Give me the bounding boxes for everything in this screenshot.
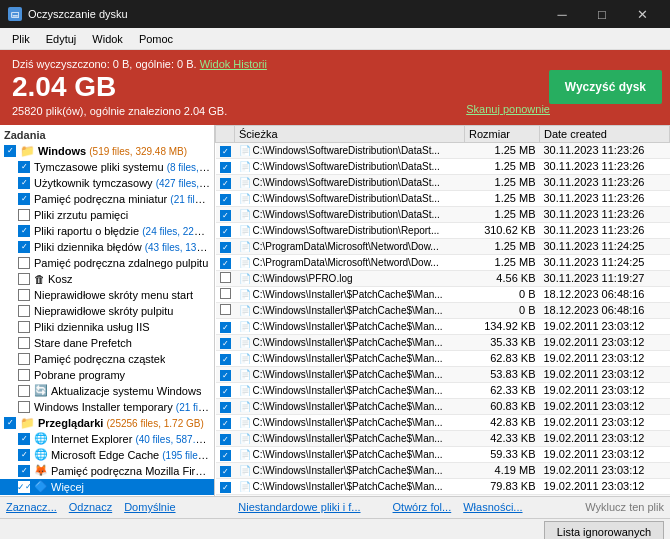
row-checkbox[interactable]: ✓ bbox=[216, 238, 235, 254]
task-error-report[interactable]: Pliki raportu o błędzie (24 files, 227.9… bbox=[0, 223, 214, 239]
row-checkbox[interactable]: ✓ bbox=[216, 190, 235, 206]
task-checkbox-iis-log[interactable] bbox=[18, 321, 30, 333]
task-checkbox-desktop-shortcuts[interactable] bbox=[18, 305, 30, 317]
table-row[interactable]: ✓📄C:\Windows\Installer\$PatchCache$\Man.… bbox=[216, 398, 670, 414]
table-row[interactable]: ✓📄C:\Windows\SoftwareDistribution\DataSt… bbox=[216, 142, 670, 158]
task-checkbox-remote-desktop[interactable] bbox=[18, 257, 30, 269]
table-row[interactable]: ✓📄C:\Windows\Installer\$PatchCache$\Man.… bbox=[216, 462, 670, 478]
table-row[interactable]: ✓📄C:\Windows\SoftwareDistribution\DataSt… bbox=[216, 206, 670, 222]
table-row[interactable]: ✓📄C:\ProgramData\Microsoft\Netword\Dow..… bbox=[216, 238, 670, 254]
task-checkbox-journal[interactable] bbox=[18, 241, 30, 253]
row-checkbox[interactable]: ✓ bbox=[216, 174, 235, 190]
task-checkbox-ie[interactable] bbox=[18, 433, 30, 445]
task-checkbox-firefox[interactable] bbox=[18, 465, 30, 477]
clean-disk-button[interactable]: Wyczyść dysk bbox=[549, 70, 662, 104]
task-checkbox-installer-temp[interactable] bbox=[18, 401, 30, 413]
row-checkbox[interactable]: ✓ bbox=[216, 142, 235, 158]
task-checkbox-edge[interactable] bbox=[18, 449, 30, 461]
table-row[interactable]: ✓📄C:\Windows\Installer\$PatchCache$\Man.… bbox=[216, 414, 670, 430]
row-checkbox[interactable]: ✓ bbox=[216, 366, 235, 382]
task-checkbox-error-report[interactable] bbox=[18, 225, 30, 237]
task-checkbox-old-prefetch[interactable] bbox=[18, 337, 30, 349]
task-journal[interactable]: Pliki dziennika błędów (43 files, 13.32 … bbox=[0, 239, 214, 255]
nonstandard-link[interactable]: Niestandardowe pliki i f... bbox=[238, 501, 360, 513]
file-table-wrap[interactable]: Ścieżka Rozmiar Date created ✓📄C:\Window… bbox=[215, 125, 670, 496]
close-button[interactable]: ✕ bbox=[622, 0, 662, 28]
task-trash[interactable]: 🗑 Kosz bbox=[0, 271, 214, 287]
select-all-link[interactable]: Zaznacz... bbox=[6, 501, 57, 513]
minimize-button[interactable]: ─ bbox=[542, 0, 582, 28]
table-row[interactable]: ✓📄C:\ProgramData\Microsoft\Netword\Dow..… bbox=[216, 254, 670, 270]
row-checkbox[interactable]: ✓ bbox=[216, 478, 235, 494]
row-checkbox[interactable]: ✓ bbox=[216, 350, 235, 366]
row-checkbox[interactable] bbox=[216, 270, 235, 286]
task-edge[interactable]: 🌐 Microsoft Edge Cache (195 files, 829.8… bbox=[0, 447, 214, 463]
table-row[interactable]: 📄C:\Windows\PFRO.log4.56 KB30.11.2023 11… bbox=[216, 270, 670, 286]
task-downloaded[interactable]: Pobrane programy bbox=[0, 367, 214, 383]
task-old-prefetch[interactable]: Stare dane Prefetch bbox=[0, 335, 214, 351]
table-row[interactable]: ✓📄C:\Windows\Installer\$PatchCache$\Man.… bbox=[216, 494, 670, 496]
task-temp-sys[interactable]: Tymczasowe pliki systemu (8 files, 32.56… bbox=[0, 159, 214, 175]
table-row[interactable]: 📄C:\Windows\Installer\$PatchCache$\Man..… bbox=[216, 302, 670, 318]
task-remote-desktop[interactable]: Pamięć podręczna zdalnego pulpitu bbox=[0, 255, 214, 271]
table-row[interactable]: ✓📄C:\Windows\Installer\$PatchCache$\Man.… bbox=[216, 446, 670, 462]
task-firefox[interactable]: 🦊 Pamięć podręczna Mozilla Firefox (2202… bbox=[0, 463, 214, 479]
task-desktop-shortcuts[interactable]: Nieprawidłowe skróty pulpitu bbox=[0, 303, 214, 319]
row-checkbox[interactable]: ✓ bbox=[216, 430, 235, 446]
task-apps[interactable]: 📁 Aplikacje (45 files, 160.80 KB) bbox=[0, 495, 214, 496]
task-checkbox-windows[interactable] bbox=[4, 145, 16, 157]
row-checkbox[interactable]: ✓ bbox=[216, 222, 235, 238]
task-update[interactable]: 🔄 Aktualizacje systemu Windows bbox=[0, 383, 214, 399]
task-session-cache[interactable]: Pamięć podręczna cząstek bbox=[0, 351, 214, 367]
default-link[interactable]: Domyślnie bbox=[124, 501, 175, 513]
task-ie[interactable]: 🌐 Internet Explorer (40 files, 587.88 KB… bbox=[0, 431, 214, 447]
task-thumbnails[interactable]: Pamięć podręczna miniatur (21 files, 151… bbox=[0, 191, 214, 207]
menu-file[interactable]: Plik bbox=[4, 31, 38, 47]
history-link[interactable]: Widok Historii bbox=[200, 58, 267, 70]
task-checkbox-more[interactable]: ✓ bbox=[18, 481, 30, 493]
menu-help[interactable]: Pomoc bbox=[131, 31, 181, 47]
task-checkbox-browsers[interactable] bbox=[4, 417, 16, 429]
table-row[interactable]: ✓📄C:\Windows\Installer\$PatchCache$\Man.… bbox=[216, 350, 670, 366]
row-checkbox[interactable]: ✓ bbox=[216, 462, 235, 478]
table-row[interactable]: ✓📄C:\Windows\Installer\$PatchCache$\Man.… bbox=[216, 366, 670, 382]
table-row[interactable]: 📄C:\Windows\Installer\$PatchCache$\Man..… bbox=[216, 286, 670, 302]
task-checkbox-menu-shortcuts[interactable] bbox=[18, 289, 30, 301]
task-checkbox-temp-users[interactable] bbox=[18, 177, 30, 189]
menu-edit[interactable]: Edytuj bbox=[38, 31, 85, 47]
task-windows[interactable]: 📁 Windows (519 files, 329.48 MB) bbox=[0, 143, 214, 159]
table-row[interactable]: ✓📄C:\Windows\Installer\$PatchCache$\Man.… bbox=[216, 478, 670, 494]
table-row[interactable]: ✓📄C:\Windows\SoftwareDistribution\DataSt… bbox=[216, 174, 670, 190]
task-browsers[interactable]: 📁 Przeglądarki (25256 files, 1.72 GB) bbox=[0, 415, 214, 431]
task-more[interactable]: ✓ 🔷 Więcej bbox=[0, 479, 214, 495]
task-menu-shortcuts[interactable]: Nieprawidłowe skróty menu start bbox=[0, 287, 214, 303]
task-checkbox-crash[interactable] bbox=[18, 209, 30, 221]
task-checkbox-downloaded[interactable] bbox=[18, 369, 30, 381]
row-checkbox[interactable]: ✓ bbox=[216, 158, 235, 174]
row-checkbox[interactable]: ✓ bbox=[216, 446, 235, 462]
table-row[interactable]: ✓📄C:\Windows\Installer\$PatchCache$\Man.… bbox=[216, 318, 670, 334]
table-row[interactable]: ✓📄C:\Windows\SoftwareDistribution\DataSt… bbox=[216, 190, 670, 206]
row-checkbox[interactable]: ✓ bbox=[216, 254, 235, 270]
task-checkbox-session-cache[interactable] bbox=[18, 353, 30, 365]
table-row[interactable]: ✓📄C:\Windows\Installer\$PatchCache$\Man.… bbox=[216, 430, 670, 446]
deselect-link[interactable]: Odznacz bbox=[69, 501, 112, 513]
table-row[interactable]: ✓📄C:\Windows\Installer\$PatchCache$\Man.… bbox=[216, 382, 670, 398]
scan-link[interactable]: Skanuj ponownie bbox=[466, 103, 550, 115]
open-folder-link[interactable]: Otwórz fol... bbox=[393, 501, 452, 513]
row-checkbox[interactable] bbox=[216, 302, 235, 318]
task-crash[interactable]: Pliki zrzutu pamięci bbox=[0, 207, 214, 223]
task-iis-log[interactable]: Pliki dziennika usług IIS bbox=[0, 319, 214, 335]
row-checkbox[interactable]: ✓ bbox=[216, 414, 235, 430]
table-row[interactable]: ✓📄C:\Windows\SoftwareDistribution\Report… bbox=[216, 222, 670, 238]
task-installer-temp[interactable]: Windows Installer temporary (21 files, 1… bbox=[0, 399, 214, 415]
properties-link[interactable]: Własności... bbox=[463, 501, 522, 513]
task-checkbox-thumbnails[interactable] bbox=[18, 193, 30, 205]
task-checkbox-trash[interactable] bbox=[18, 273, 30, 285]
row-checkbox[interactable]: ✓ bbox=[216, 334, 235, 350]
row-checkbox[interactable]: ✓ bbox=[216, 382, 235, 398]
row-checkbox[interactable]: ✓ bbox=[216, 494, 235, 496]
task-checkbox-update[interactable] bbox=[18, 385, 30, 397]
row-checkbox[interactable]: ✓ bbox=[216, 398, 235, 414]
row-checkbox[interactable]: ✓ bbox=[216, 206, 235, 222]
